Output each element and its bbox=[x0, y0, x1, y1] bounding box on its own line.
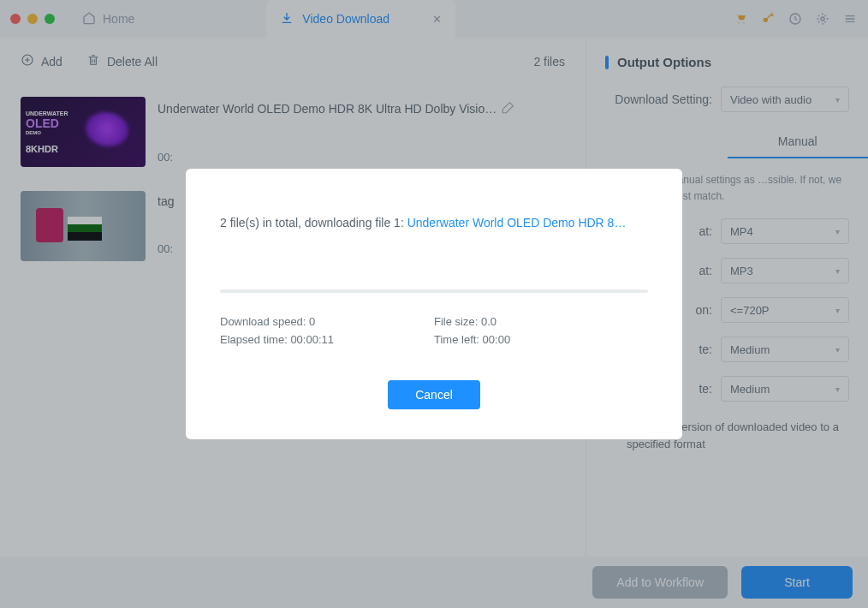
progress-bar bbox=[220, 289, 648, 293]
time-left: Time left: 00:00 bbox=[434, 333, 648, 346]
modal-status-text: 2 file(s) in total, downloading file 1: … bbox=[220, 216, 648, 229]
download-speed: Download speed: 0 bbox=[220, 315, 434, 328]
download-progress-modal: 2 file(s) in total, downloading file 1: … bbox=[186, 169, 682, 439]
elapsed-time: Elapsed time: 00:00:11 bbox=[220, 333, 434, 346]
stats-row-1: Download speed: 0 File size: 0.0 bbox=[220, 315, 648, 328]
file-size: File size: 0.0 bbox=[434, 315, 648, 328]
cancel-button[interactable]: Cancel bbox=[388, 380, 480, 409]
stats-row-2: Elapsed time: 00:00:11 Time left: 00:00 bbox=[220, 333, 648, 346]
modal-overlay: 2 file(s) in total, downloading file 1: … bbox=[0, 0, 868, 608]
modal-actions: Cancel bbox=[220, 380, 648, 409]
downloading-filename: Underwater World OLED Demo HDR 8… bbox=[407, 216, 627, 229]
